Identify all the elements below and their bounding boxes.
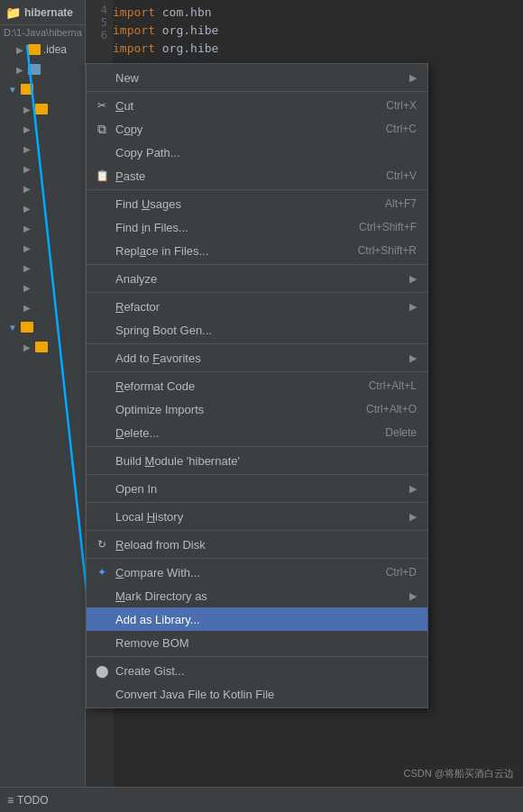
bottom-bar: ≡ TODO: [0, 787, 523, 812]
menu-item-add-favorites[interactable]: Add to Favorites ▶: [87, 346, 427, 370]
separator-2: [87, 189, 427, 190]
menu-label-open-in: Open In: [115, 482, 402, 496]
tree-item-11[interactable]: ▶: [0, 258, 85, 278]
tree-item-9[interactable]: ▶: [0, 218, 85, 238]
tree-item-14[interactable]: ▼: [0, 317, 85, 337]
reload-icon: ↻: [94, 536, 110, 552]
menu-label-paste: Paste: [115, 169, 368, 183]
copy-path-icon: [94, 144, 110, 160]
tree-item-2[interactable]: ▼: [0, 79, 85, 99]
tree-item-idea[interactable]: ▶ .idea: [0, 40, 85, 59]
tree-arrow-3: ▶: [22, 104, 32, 114]
menu-item-find-files[interactable]: Find in Files... Ctrl+Shift+F: [87, 215, 427, 239]
new-icon: [94, 69, 110, 86]
menu-item-analyze[interactable]: Analyze ▶: [87, 267, 427, 290]
tree-item-1[interactable]: ▶: [0, 59, 85, 79]
folder-icon-15: [35, 342, 48, 352]
menu-item-copy[interactable]: ⧉ Copy Ctrl+C: [87, 117, 427, 141]
compare-shortcut: Ctrl+D: [386, 566, 417, 579]
tree-arrow-4: ▶: [22, 123, 32, 134]
menu-item-reformat[interactable]: Reformat Code Ctrl+Alt+L: [87, 374, 427, 397]
find-usages-icon: [94, 196, 110, 212]
mark-dir-icon: [94, 588, 110, 604]
tree-item-4[interactable]: ▶: [0, 119, 85, 139]
remove-bom-icon: [94, 634, 110, 651]
reformat-shortcut: Ctrl+Alt+L: [369, 379, 417, 392]
folder-icon-1: [28, 64, 41, 75]
menu-item-spring-boot[interactable]: Spring Boot Gen...: [87, 318, 427, 342]
separator-1: [87, 91, 427, 92]
menu-item-optimize[interactable]: Optimize Imports Ctrl+Alt+O: [87, 397, 427, 421]
menu-label-add-favorites: Add to Favorites: [115, 351, 402, 365]
tree-arrow-9: ▶: [22, 223, 32, 233]
menu-item-find-usages[interactable]: Find Usages Alt+F7: [87, 192, 427, 215]
menu-label-find-files: Find in Files...: [115, 221, 341, 234]
tree-item-3[interactable]: ▶: [0, 99, 85, 119]
separator-8: [87, 474, 427, 475]
menu-item-reload[interactable]: ↻ Reload from Disk: [87, 533, 427, 556]
menu-label-spring-boot: Spring Boot Gen...: [115, 324, 417, 337]
menu-item-build-module[interactable]: Build Module 'hibernate': [87, 449, 427, 472]
menu-label-build-module: Build Module 'hibernate': [115, 454, 417, 468]
menu-item-new[interactable]: New ▶: [87, 66, 427, 89]
menu-item-remove-bom[interactable]: Remove BOM: [87, 631, 427, 654]
tree-item-5[interactable]: ▶: [0, 139, 85, 159]
separator-11: [87, 558, 427, 559]
menu-item-local-history[interactable]: Local History ▶: [87, 505, 427, 528]
local-history-icon: [94, 508, 110, 525]
project-name: hibernate: [24, 6, 73, 19]
reformat-icon: [94, 378, 110, 394]
find-files-shortcut: Ctrl+Shift+F: [359, 221, 417, 233]
menu-item-add-library[interactable]: Add as Library...: [87, 607, 427, 631]
build-module-icon: [94, 452, 110, 469]
tree-arrow-11: ▶: [22, 262, 32, 273]
menu-label-add-library: Add as Library...: [115, 613, 417, 626]
spring-boot-icon: [94, 322, 110, 338]
tree-item-13[interactable]: ▶: [0, 297, 85, 317]
optimize-shortcut: Ctrl+Alt+O: [366, 403, 417, 415]
find-usages-shortcut: Alt+F7: [385, 197, 417, 210]
menu-item-replace-files[interactable]: Replace in Files... Ctrl+Shift+R: [87, 239, 427, 262]
menu-item-convert-java[interactable]: Convert Java File to Kotlin File: [87, 682, 427, 706]
tree-arrow-10: ▶: [22, 242, 32, 253]
tree-item-15[interactable]: ▶: [0, 337, 85, 357]
copy-shortcut: Ctrl+C: [386, 123, 417, 135]
folder-icon-14: [21, 322, 33, 333]
menu-item-mark-dir[interactable]: Mark Directory as ▶: [87, 584, 427, 607]
tree-label-idea: .idea: [43, 43, 67, 56]
add-favorites-icon: [94, 350, 110, 366]
context-menu: New ▶ ✂ Cut Ctrl+X ⧉ Copy Ctrl+C Copy Pa…: [86, 63, 428, 708]
refactor-icon: [94, 298, 110, 315]
menu-item-create-gist[interactable]: ⬤ Create Gist...: [87, 659, 427, 682]
menu-label-cut: Cut: [115, 99, 368, 113]
menu-label-copy: Copy: [115, 123, 368, 136]
menu-item-compare[interactable]: ✦ Compare With... Ctrl+D: [87, 561, 427, 584]
line-num-6: 6: [86, 29, 107, 41]
menu-item-copy-path[interactable]: Copy Path...: [87, 141, 427, 164]
todo-icon: ≡: [7, 794, 14, 807]
tree-item-7[interactable]: ▶: [0, 178, 85, 198]
separator-12: [87, 656, 427, 657]
separator-10: [87, 530, 427, 531]
separator-6: [87, 371, 427, 372]
code-line-5: import org.hibe: [113, 22, 218, 40]
separator-9: [87, 502, 427, 503]
menu-item-cut[interactable]: ✂ Cut Ctrl+X: [87, 94, 427, 117]
folder-icon-3: [35, 104, 48, 114]
menu-label-refactor: Refactor: [115, 300, 402, 314]
menu-item-refactor[interactable]: Refactor ▶: [87, 295, 427, 318]
tree-item-6[interactable]: ▶: [0, 159, 85, 178]
tree-item-12[interactable]: ▶: [0, 278, 85, 297]
menu-label-analyze: Analyze: [115, 272, 402, 286]
tree-item-8[interactable]: ▶: [0, 198, 85, 218]
todo-button[interactable]: ≡ TODO: [7, 794, 48, 807]
folder-icon-2: [21, 84, 33, 95]
code-line-4: import com.hbn: [113, 4, 218, 22]
menu-item-paste[interactable]: 📋 Paste Ctrl+V: [87, 164, 427, 187]
menu-label-optimize: Optimize Imports: [115, 403, 348, 416]
menu-item-open-in[interactable]: Open In ▶: [87, 477, 427, 500]
menu-item-delete[interactable]: Delete... Delete: [87, 421, 427, 444]
code-line-6: import org.hibe: [113, 40, 218, 58]
tree-item-10[interactable]: ▶: [0, 238, 85, 258]
copy-icon: ⧉: [94, 121, 110, 137]
